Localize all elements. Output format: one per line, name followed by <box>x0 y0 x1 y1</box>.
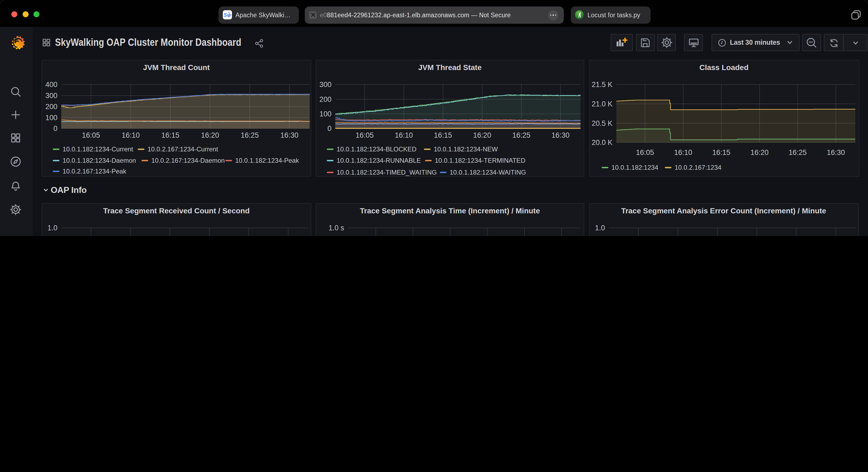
svg-text:16:25: 16:25 <box>241 131 259 139</box>
svg-text:200: 200 <box>45 103 58 111</box>
svg-text:300: 300 <box>319 80 332 89</box>
svg-text:1.0: 1.0 <box>595 224 605 232</box>
svg-text:400: 400 <box>45 80 58 89</box>
svg-text:16:25: 16:25 <box>512 131 530 139</box>
svg-text:100: 100 <box>319 110 332 118</box>
svg-text:10.0.2.167:1234-Peak: 10.0.2.167:1234-Peak <box>63 168 126 175</box>
svg-text:10.0.1.182:1234-Peak: 10.0.1.182:1234-Peak <box>235 157 299 164</box>
svg-text:10.0.1.182:1234-Daemon: 10.0.1.182:1234-Daemon <box>63 157 136 164</box>
svg-text:10.0.1.182:1234-TIMED_WAITING: 10.0.1.182:1234-TIMED_WAITING <box>337 169 437 176</box>
svg-text:0: 0 <box>328 125 332 133</box>
svg-text:20.0 K: 20.0 K <box>591 138 613 146</box>
svg-text:10.0.1.182:1234-NEW: 10.0.1.182:1234-NEW <box>434 145 498 153</box>
svg-text:10.0.2.167:1234-Daemon: 10.0.2.167:1234-Daemon <box>151 157 225 164</box>
svg-text:300: 300 <box>45 92 58 100</box>
svg-text:16:05: 16:05 <box>82 131 100 139</box>
svg-text:1.0 s: 1.0 s <box>329 224 344 232</box>
svg-text:20.5 K: 20.5 K <box>591 120 613 128</box>
svg-text:16:15: 16:15 <box>434 131 452 139</box>
svg-text:21.0 K: 21.0 K <box>591 100 613 108</box>
svg-text:16:10: 16:10 <box>395 131 413 139</box>
svg-text:10.0.1.182:1234: 10.0.1.182:1234 <box>611 164 658 171</box>
svg-text:16:20: 16:20 <box>201 131 219 139</box>
svg-text:10.0.1.182:1234-RUNNABLE: 10.0.1.182:1234-RUNNABLE <box>337 157 421 164</box>
svg-text:16:15: 16:15 <box>712 148 730 157</box>
svg-text:16:05: 16:05 <box>636 148 654 157</box>
svg-text:10.0.2.167:1234-Current: 10.0.2.167:1234-Current <box>148 145 218 153</box>
svg-text:10.0.1.182:1234-BLOCKED: 10.0.1.182:1234-BLOCKED <box>337 145 416 153</box>
svg-text:16:30: 16:30 <box>551 131 569 139</box>
svg-text:16:20: 16:20 <box>473 131 491 139</box>
svg-text:21.5 K: 21.5 K <box>591 80 613 89</box>
svg-text:16:25: 16:25 <box>788 148 806 157</box>
svg-text:16:20: 16:20 <box>750 148 768 157</box>
svg-text:100: 100 <box>45 114 58 122</box>
svg-text:200: 200 <box>319 95 332 103</box>
svg-text:16:10: 16:10 <box>122 131 140 139</box>
svg-text:16:15: 16:15 <box>161 131 179 139</box>
svg-text:16:05: 16:05 <box>355 131 374 139</box>
svg-text:10.0.1.182:1234-Current: 10.0.1.182:1234-Current <box>63 145 133 153</box>
svg-text:16:30: 16:30 <box>280 131 298 139</box>
svg-text:10.0.1.182:1234-WAITING: 10.0.1.182:1234-WAITING <box>450 169 526 176</box>
svg-text:16:30: 16:30 <box>827 148 844 157</box>
svg-text:1.0: 1.0 <box>48 224 58 232</box>
svg-text:16:10: 16:10 <box>674 148 692 157</box>
svg-text:10.0.1.182:1234-TERMINATED: 10.0.1.182:1234-TERMINATED <box>435 157 525 164</box>
svg-text:0: 0 <box>53 125 58 133</box>
svg-text:10.0.2.167:1234: 10.0.2.167:1234 <box>674 164 721 171</box>
